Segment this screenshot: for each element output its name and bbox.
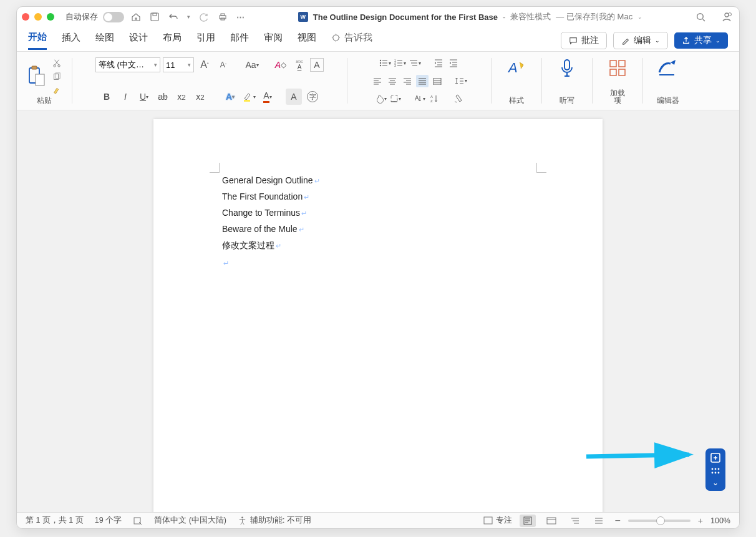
strikethrough-button[interactable]: ab bbox=[155, 89, 171, 105]
numbering-icon[interactable]: 123▾ bbox=[394, 57, 406, 69]
zoom-level[interactable]: 100% bbox=[710, 516, 730, 525]
shading-icon[interactable]: ▾ bbox=[374, 92, 387, 105]
panel-grid-icon[interactable] bbox=[710, 467, 720, 475]
copy-icon[interactable] bbox=[51, 70, 63, 83]
more-icon[interactable]: ⋯ bbox=[235, 12, 247, 22]
distributed-icon[interactable] bbox=[431, 75, 443, 87]
print-layout-view-icon[interactable] bbox=[520, 515, 536, 527]
grow-font-icon[interactable]: Aˆ bbox=[196, 57, 213, 73]
autosave-label: 自动保存 bbox=[65, 12, 98, 22]
paste-icon[interactable] bbox=[26, 65, 48, 88]
shrink-font-icon[interactable]: Aˇ bbox=[215, 57, 231, 73]
align-center-icon[interactable] bbox=[386, 75, 399, 87]
tab-view[interactable]: 视图 bbox=[298, 32, 316, 49]
zoom-slider[interactable] bbox=[628, 520, 691, 522]
superscript-button[interactable]: x2 bbox=[192, 89, 208, 105]
redo-icon[interactable] bbox=[197, 12, 211, 22]
enclose-char-icon[interactable]: 字 bbox=[304, 89, 321, 105]
underline-button[interactable]: U▾ bbox=[136, 89, 152, 105]
align-justify-icon[interactable] bbox=[416, 75, 429, 87]
cut-icon[interactable] bbox=[51, 57, 63, 69]
comments-button[interactable]: 批注 bbox=[561, 32, 607, 49]
editing-mode-button[interactable]: 编辑⌄ bbox=[613, 32, 668, 49]
show-marks-icon[interactable] bbox=[452, 92, 464, 105]
zoom-in-button[interactable]: + bbox=[698, 516, 703, 526]
styles-icon[interactable]: A bbox=[505, 57, 528, 79]
font-size-select[interactable]: 11▾ bbox=[163, 57, 194, 72]
minimize-window-button[interactable] bbox=[34, 13, 42, 21]
increase-indent-icon[interactable] bbox=[447, 57, 460, 69]
align-right-icon[interactable] bbox=[401, 75, 414, 87]
addins-icon[interactable] bbox=[606, 57, 629, 79]
focus-mode-button[interactable]: 专注 bbox=[483, 515, 512, 526]
svg-rect-30 bbox=[619, 60, 625, 67]
dictate-icon[interactable] bbox=[556, 57, 578, 79]
bold-button[interactable]: B bbox=[99, 89, 115, 105]
language-status[interactable]: 简体中文 (中国大陆) bbox=[154, 515, 226, 526]
web-layout-view-icon[interactable] bbox=[543, 515, 560, 527]
tab-review[interactable]: 审阅 bbox=[264, 32, 283, 49]
document-title-area: W The Outline Design Document for the Fi… bbox=[252, 11, 689, 22]
italic-button[interactable]: I bbox=[117, 89, 133, 105]
format-painter-icon[interactable] bbox=[51, 84, 63, 97]
sort-icon[interactable]: AZ bbox=[428, 92, 440, 105]
undo-icon[interactable] bbox=[167, 12, 180, 22]
save-icon[interactable] bbox=[148, 12, 162, 22]
editor-icon[interactable] bbox=[657, 57, 679, 79]
autosave-toggle[interactable] bbox=[103, 12, 124, 22]
svg-text:Z: Z bbox=[430, 99, 433, 103]
share-button[interactable]: 共享⌄ bbox=[674, 32, 728, 49]
tab-insert[interactable]: 插入 bbox=[62, 32, 80, 49]
clear-format-icon[interactable]: A◇ bbox=[273, 57, 289, 73]
track-changes-icon[interactable] bbox=[710, 452, 721, 463]
tab-home[interactable]: 开始 bbox=[28, 31, 47, 50]
font-color-icon[interactable]: A▾ bbox=[259, 89, 276, 105]
phonetic-guide-icon[interactable]: abcA bbox=[291, 57, 308, 73]
close-window-button[interactable] bbox=[22, 13, 29, 21]
svg-rect-3 bbox=[221, 14, 225, 16]
draft-view-icon[interactable] bbox=[591, 515, 607, 527]
paste-label: 粘贴 bbox=[37, 97, 52, 105]
addins-group: 加载 项 bbox=[599, 56, 636, 106]
subscript-button[interactable]: x2 bbox=[173, 89, 190, 105]
char-shading-icon[interactable]: A bbox=[286, 89, 302, 105]
document-canvas[interactable]: General Design Outline↵ The First Founda… bbox=[17, 110, 739, 512]
tab-references[interactable]: 引用 bbox=[196, 32, 215, 49]
outline-view-icon[interactable] bbox=[567, 515, 583, 527]
accessibility-status[interactable]: 辅助功能: 不可用 bbox=[238, 515, 311, 526]
word-count[interactable]: 19 个字 bbox=[95, 515, 122, 526]
multilevel-list-icon[interactable]: ▾ bbox=[409, 57, 421, 69]
text-direction-icon[interactable]: A▾ bbox=[413, 92, 425, 105]
highlight-icon[interactable]: ▾ bbox=[241, 89, 257, 105]
svg-point-17 bbox=[380, 60, 381, 61]
search-icon[interactable] bbox=[694, 12, 708, 22]
svg-rect-29 bbox=[610, 60, 616, 67]
print-icon[interactable] bbox=[216, 12, 230, 22]
svg-point-42 bbox=[241, 516, 243, 518]
tab-mailings[interactable]: 邮件 bbox=[230, 32, 249, 49]
tab-design[interactable]: 设计 bbox=[129, 32, 148, 49]
tab-layout[interactable]: 布局 bbox=[163, 32, 182, 49]
change-case-icon[interactable]: Aa▾ bbox=[244, 57, 260, 73]
tab-tellme[interactable]: 告诉我 bbox=[331, 32, 372, 49]
borders-icon[interactable]: ▾ bbox=[389, 92, 402, 105]
maximize-window-button[interactable] bbox=[47, 13, 54, 21]
text-effects-icon[interactable]: A▾ bbox=[222, 89, 238, 105]
home-icon[interactable] bbox=[129, 12, 143, 22]
page-count[interactable]: 第 1 页，共 1 页 bbox=[26, 515, 84, 526]
spellcheck-icon[interactable] bbox=[133, 516, 143, 526]
tab-draw[interactable]: 绘图 bbox=[95, 32, 114, 49]
panel-collapse-icon[interactable]: ⌄ bbox=[712, 478, 719, 487]
decrease-indent-icon[interactable] bbox=[432, 57, 445, 69]
bullets-icon[interactable]: ▾ bbox=[379, 57, 391, 69]
align-left-icon[interactable] bbox=[371, 75, 384, 87]
char-border-icon[interactable]: A bbox=[310, 58, 324, 72]
account-icon[interactable] bbox=[719, 11, 734, 22]
undo-dropdown[interactable]: ▾ bbox=[185, 14, 192, 20]
zoom-out-button[interactable]: − bbox=[614, 515, 620, 526]
svg-rect-28 bbox=[565, 60, 569, 70]
font-name-select[interactable]: 等线 (中文…▾ bbox=[95, 57, 160, 72]
editor-group: 编辑器 bbox=[649, 56, 687, 106]
line-spacing-icon[interactable]: ▾ bbox=[455, 75, 467, 87]
saved-status[interactable]: — 已保存到我的 Mac bbox=[556, 11, 632, 22]
